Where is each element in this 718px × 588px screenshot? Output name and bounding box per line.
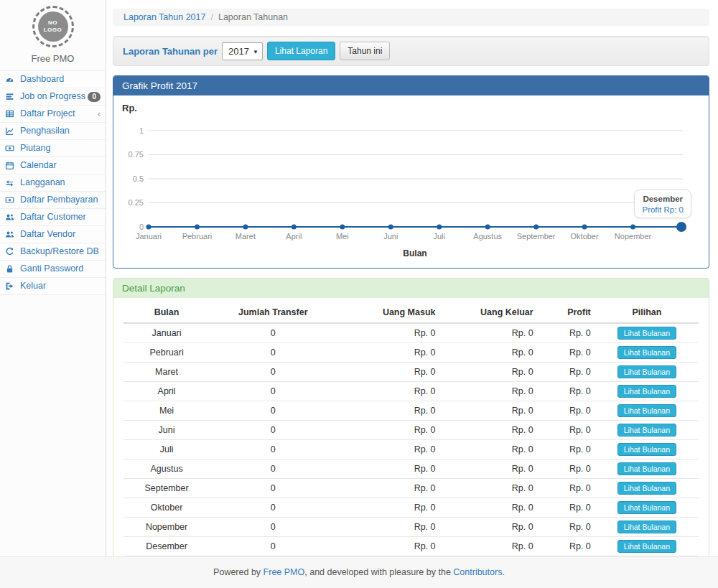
- footer-text-prefix: Powered by: [213, 567, 263, 577]
- detail-panel-title: Detail Laporan: [113, 279, 709, 298]
- sidebar-item-dashboard[interactable]: Dashboard: [0, 71, 106, 88]
- sidebar-item-label: Langganan: [20, 177, 65, 188]
- report-table: Bulan Jumlah Transfer Uang Masuk Uang Ke…: [123, 302, 699, 572]
- lihat-bulanan-button[interactable]: Lihat Bulanan: [617, 404, 676, 417]
- lihat-bulanan-button[interactable]: Lihat Bulanan: [617, 521, 676, 533]
- table-row: Pebruari0Rp. 0Rp. 0Rp. 0Lihat Bulanan: [123, 343, 699, 363]
- breadcrumb-link-laporan-tahun[interactable]: Laporan Tahun 2017: [123, 12, 205, 22]
- lihat-bulanan-button[interactable]: Lihat Bulanan: [617, 385, 676, 398]
- lihat-bulanan-button[interactable]: Lihat Bulanan: [617, 501, 676, 514]
- svg-text:September: September: [517, 232, 556, 241]
- table-row: Nopember0Rp. 0Rp. 0Rp. 0Lihat Bulanan: [123, 518, 699, 537]
- svg-text:Juli: Juli: [433, 232, 445, 241]
- lihat-bulanan-button[interactable]: Lihat Bulanan: [617, 462, 676, 475]
- main-content: Laporan Tahun 2017 / Laporan Tahunan Lap…: [107, 0, 718, 556]
- sidebar-item-label: Penghasilan: [20, 126, 70, 136]
- lihat-bulanan-button[interactable]: Lihat Bulanan: [617, 346, 676, 359]
- filter-label: Laporan Tahunan per: [123, 46, 218, 57]
- sign-out-icon: [5, 281, 17, 291]
- lihat-bulanan-button[interactable]: Lihat Bulanan: [617, 482, 676, 495]
- sidebar-item-keluar[interactable]: Keluar: [0, 278, 106, 295]
- profit-chart-panel: Grafik Profit 2017 Rp.10.750.50.250Janua…: [113, 75, 709, 269]
- svg-text:Rp.: Rp.: [122, 103, 137, 113]
- svg-text:0.5: 0.5: [133, 174, 144, 183]
- sidebar-item-daftar-project[interactable]: Daftar Project‹: [0, 106, 106, 123]
- table-row: September0Rp. 0Rp. 0Rp. 0Lihat Bulanan: [123, 479, 699, 498]
- sidebar-item-daftar-pembayaran[interactable]: Daftar Pembayaran: [0, 192, 106, 209]
- table-row: Juli0Rp. 0Rp. 0Rp. 0Lihat Bulanan: [123, 440, 699, 459]
- svg-text:Maret: Maret: [236, 232, 256, 241]
- year-select[interactable]: 2017: [225, 46, 259, 57]
- col-header-bulan: Bulan: [123, 302, 210, 323]
- chart-panel-title: Grafik Profit 2017: [113, 76, 709, 95]
- sidebar: NO LOGO Free PMO DashboardJob on Progres…: [0, 0, 106, 556]
- profit-line-chart[interactable]: Rp.10.750.50.250JanuariPebruariMaretApri…: [113, 95, 709, 266]
- table-icon: [5, 109, 17, 118]
- footer-text-suffix: .: [502, 567, 504, 577]
- sidebar-item-label: Dashboard: [20, 74, 64, 85]
- footer-freepmo-link[interactable]: Free PMO: [264, 567, 305, 577]
- svg-text:Nopember: Nopember: [615, 232, 652, 241]
- col-header-uang-keluar: Uang Keluar: [440, 302, 538, 323]
- sidebar-item-langganan[interactable]: Langganan: [0, 174, 106, 192]
- users-icon: [5, 213, 17, 222]
- sidebar-item-piutang[interactable]: Piutang: [0, 140, 106, 157]
- svg-text:Agustus: Agustus: [473, 232, 502, 241]
- tahun-ini-button[interactable]: Tahun ini: [340, 42, 390, 60]
- chart-tooltip-value: Profit Rp: 0: [642, 205, 684, 214]
- lihat-laporan-button[interactable]: Lihat Laporan: [267, 42, 335, 60]
- brand-name: Free PMO: [0, 53, 106, 64]
- money-icon: [5, 144, 17, 153]
- app-logo: NO LOGO: [32, 6, 74, 47]
- sidebar-item-job-on-progress[interactable]: Job on Progress0: [0, 88, 106, 106]
- svg-text:Juni: Juni: [383, 232, 398, 241]
- sidebar-item-label: Piutang: [20, 143, 50, 154]
- svg-text:Oktober: Oktober: [571, 232, 599, 241]
- sidebar-item-calendar[interactable]: Calendar: [0, 157, 106, 174]
- table-row: Januari0Rp. 0Rp. 0Rp. 0Lihat Bulanan: [123, 323, 699, 343]
- table-header-row: Bulan Jumlah Transfer Uang Masuk Uang Ke…: [123, 302, 699, 323]
- sidebar-item-label: Ganti Password: [20, 263, 83, 274]
- sidebar-item-daftar-customer[interactable]: Daftar Customer: [0, 209, 106, 226]
- sidebar-item-label: Daftar Customer: [20, 212, 86, 223]
- brand-block: NO LOGO Free PMO: [0, 0, 106, 64]
- calendar-icon: [5, 161, 17, 170]
- svg-text:1: 1: [139, 126, 144, 135]
- lihat-bulanan-button[interactable]: Lihat Bulanan: [617, 540, 676, 553]
- profit-chart: Rp.10.750.50.250JanuariPebruariMaretApri…: [113, 95, 709, 268]
- breadcrumb: Laporan Tahun 2017 / Laporan Tahunan: [113, 9, 709, 26]
- retweet-icon: [5, 178, 17, 187]
- sidebar-item-ganti-password[interactable]: Ganti Password: [0, 261, 106, 278]
- footer-text-middle: , and developed with pleasure by the: [304, 567, 453, 577]
- table-row: Desember0Rp. 0Rp. 0Rp. 0Lihat Bulanan: [123, 537, 699, 556]
- lihat-bulanan-button[interactable]: Lihat Bulanan: [617, 443, 676, 456]
- money-icon: [5, 195, 17, 205]
- table-row: April0Rp. 0Rp. 0Rp. 0Lihat Bulanan: [123, 382, 699, 401]
- col-header-profit: Profit: [538, 302, 595, 323]
- lihat-bulanan-button[interactable]: Lihat Bulanan: [617, 424, 676, 437]
- chart-tooltip: Desember Profit Rp: 0: [634, 190, 691, 218]
- lihat-bulanan-button[interactable]: Lihat Bulanan: [617, 365, 676, 378]
- lihat-bulanan-button[interactable]: Lihat Bulanan: [617, 327, 676, 340]
- table-row: Maret0Rp. 0Rp. 0Rp. 0Lihat Bulanan: [123, 363, 699, 382]
- lock-icon: [5, 264, 17, 274]
- chevron-left-icon: ‹: [98, 111, 101, 118]
- col-header-uang-masuk: Uang Masuk: [336, 302, 439, 323]
- svg-text:Januari: Januari: [136, 232, 162, 241]
- count-badge: 0: [88, 92, 101, 102]
- detail-laporan-panel: Detail Laporan Bulan Jumlah Transfer Uan…: [113, 278, 709, 583]
- report-filter-bar: Laporan Tahunan per 2017 ▼ Lihat Laporan…: [113, 36, 709, 66]
- sidebar-item-penghasilan[interactable]: Penghasilan: [0, 123, 106, 140]
- footer-contributors-link[interactable]: Contributors: [453, 567, 502, 577]
- sidebar-item-backup-restore-db[interactable]: Backup/Restore DB: [0, 243, 106, 261]
- svg-text:Bulan: Bulan: [403, 248, 426, 258]
- sidebar-item-label: Calendar: [20, 160, 57, 171]
- no-logo-placeholder: NO LOGO: [38, 11, 68, 42]
- svg-text:Mei: Mei: [336, 232, 349, 241]
- table-row: Oktober0Rp. 0Rp. 0Rp. 0Lihat Bulanan: [123, 498, 699, 518]
- sidebar-item-label: Daftar Project: [20, 108, 75, 119]
- sidebar-item-daftar-vendor[interactable]: Daftar Vendor: [0, 226, 106, 243]
- users-icon: [5, 230, 17, 239]
- sidebar-item-label: Daftar Vendor: [20, 229, 75, 240]
- line-chart-icon: [5, 126, 17, 136]
